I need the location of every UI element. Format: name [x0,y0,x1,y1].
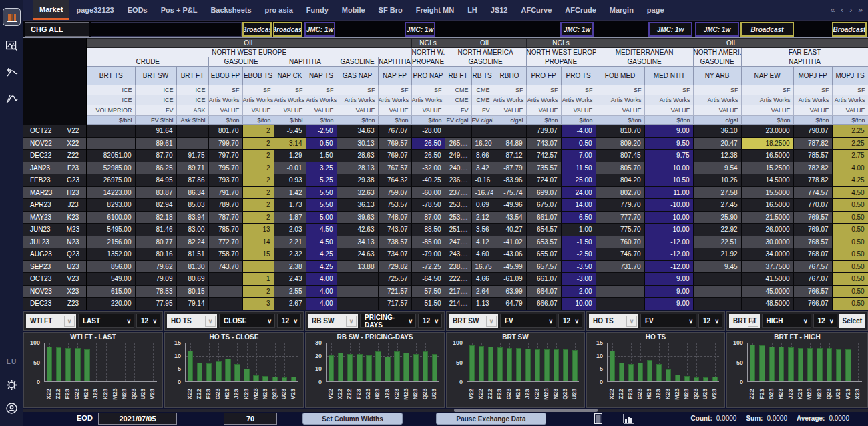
chart-bar[interactable] [366,355,371,381]
broadcas-button[interactable]: Broadcas [242,22,272,37]
chart-bar[interactable] [712,377,718,381]
field-select[interactable]: HIGH∨ [762,314,811,328]
cell[interactable]: 87.86 [176,174,208,187]
cell[interactable] [208,285,242,298]
cell[interactable]: 45.0000 [741,285,793,298]
chart-bar[interactable] [628,364,634,381]
chart-bar[interactable] [694,377,699,381]
chart-bar[interactable] [262,376,268,381]
chart-bar[interactable] [638,363,643,381]
cell[interactable]: 8293.00 [87,199,135,212]
cell[interactable]: 52985.00 [87,162,135,174]
cell[interactable]: 770.07 [793,199,832,212]
nav-tab-eods[interactable]: EODs [121,0,154,20]
cell[interactable]: -75.74 [493,186,526,199]
cell[interactable]: 4.00 [306,285,337,298]
cell[interactable]: 0.50 [832,236,868,248]
cell[interactable]: 4.50 [832,186,868,199]
cell[interactable]: 14 [242,236,274,248]
cell[interactable]: 24.63 [337,248,378,261]
chart-bar[interactable] [394,351,399,381]
cell[interactable]: -61.09 [493,273,526,286]
cell[interactable]: 3.56 [471,224,493,236]
cell[interactable]: 0.50 [306,137,337,150]
cell[interactable]: 79.09 [135,273,176,286]
cell[interactable]: -1.50 [561,236,596,248]
cell[interactable]: 18.2500 [741,137,793,150]
cell[interactable]: 82.18 [135,211,176,224]
cell[interactable]: 675.07 [526,199,561,212]
cell[interactable]: 253.... [445,211,471,224]
cell[interactable]: 802.70 [596,186,644,199]
field-select[interactable]: CLOSE∨ [219,314,275,328]
cell[interactable]: -3.50 [561,260,596,273]
cell[interactable]: -60.00 [411,186,445,199]
pause-exchange-data-button[interactable]: Pause Exchange Data [436,413,546,425]
column-header[interactable]: BRT TS [87,67,135,85]
cell[interactable]: 82.24 [176,236,208,248]
cell[interactable]: 699.07 [526,186,561,199]
chart-bar[interactable] [47,347,52,381]
row-label-month[interactable]: DEC23 [23,298,60,310]
chart-bar[interactable] [282,377,287,381]
chart-bar[interactable] [234,364,240,381]
cell[interactable]: 10.26 [693,174,741,187]
cell[interactable]: 2 [242,137,274,150]
cell[interactable]: 0.50 [832,273,868,286]
cell[interactable]: 801.70 [208,125,242,138]
cell[interactable]: 799.70 [208,137,242,150]
row-label-month[interactable]: MAY23 [23,211,60,224]
cell[interactable] [337,298,378,310]
cell[interactable]: 84.95 [135,174,176,187]
cell[interactable]: -2.50 [561,248,596,261]
broadcasi-button[interactable]: Broadcasi [273,22,302,37]
cell[interactable]: 2 [242,125,274,138]
cell[interactable]: 1.13 [471,298,493,310]
cell[interactable] [337,273,378,286]
cell[interactable]: 1.73 [274,199,306,212]
cell[interactable]: 807.45 [596,150,644,162]
chart-bar[interactable] [488,347,493,381]
cell[interactable]: 222.... [445,273,471,286]
chart-bar[interactable] [666,369,671,381]
cell[interactable]: 251.... [445,224,471,236]
column-header[interactable]: BRT SW [135,67,176,85]
cell[interactable]: -84.89 [493,137,526,150]
cell[interactable] [445,125,471,138]
cell[interactable] [693,273,741,286]
nav-tab-afcrude[interactable]: AFCrude [558,0,602,20]
cell[interactable]: 759.07 [378,186,411,199]
cell[interactable]: -51.50 [411,298,445,310]
cell[interactable]: 657.57 [526,260,561,273]
chart-bar[interactable] [84,349,89,381]
cell[interactable]: 0.69 [471,199,493,212]
cell[interactable]: 14.5000 [741,174,793,187]
chart-bar[interactable] [253,375,258,381]
cell[interactable]: 81.46 [135,224,176,236]
cell[interactable]: 4.60 [471,248,493,261]
cell[interactable]: 253.... [445,199,471,212]
cell[interactable]: 734.07 [378,248,411,261]
cell[interactable]: 4.50 [306,236,337,248]
chart-bar[interactable] [188,351,193,381]
cell[interactable]: 2.03 [274,224,306,236]
table-view-icon[interactable] [594,413,602,426]
chart-bar[interactable] [827,348,833,381]
column-header[interactable]: PRO FP [526,67,561,85]
field-select[interactable]: PRICING-DAYS∨ [360,314,416,328]
cell[interactable]: 1.00 [561,224,596,236]
cell[interactable]: 21.92 [693,248,741,261]
period-select[interactable]: 12∨ [418,314,442,328]
chart-bar[interactable] [225,359,230,381]
chart-bar[interactable] [75,348,80,381]
cell[interactable]: 787.82 [793,137,832,150]
cell[interactable]: 22.92 [693,224,741,236]
cell[interactable]: -72.25 [411,260,445,273]
cell[interactable]: 2.12 [471,211,493,224]
cell[interactable]: 785.70 [208,224,242,236]
cell[interactable]: 243.... [445,248,471,261]
cell[interactable] [596,285,644,298]
cell[interactable]: 4.00 [306,298,337,310]
jmc-1w-button[interactable]: JMC: 1w [560,22,594,37]
cell[interactable]: -26.50 [411,137,445,150]
